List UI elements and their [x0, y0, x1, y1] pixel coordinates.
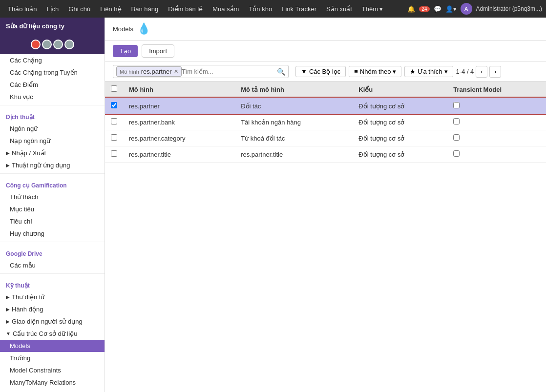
nav-lich[interactable]: Lịch: [42, 3, 63, 15]
chevron-group-icon: ▾: [393, 68, 396, 75]
sidebar-item-models[interactable]: Models: [0, 340, 105, 352]
sidebar-item-truong[interactable]: Trường: [0, 352, 105, 364]
nav-diembanle[interactable]: Điểm bán lẻ: [164, 3, 207, 15]
cell-transient: [447, 130, 546, 146]
sidebar-logo: [0, 35, 105, 54]
group-button[interactable]: ≡ Nhóm theo ▾: [349, 66, 401, 77]
sidebar-item-manytomany[interactable]: ManyToMany Relations: [0, 376, 105, 389]
search-tag: Mô hình res.partner ✕: [116, 66, 182, 77]
page-info: 1-4 / 4: [456, 68, 474, 75]
transient-checkbox[interactable]: [453, 134, 460, 141]
nav-linktracker[interactable]: Link Tracker: [278, 3, 320, 15]
row-checkbox[interactable]: [111, 150, 117, 157]
nav-right: 🔔 24 💬 👤▾ A Administrator (p5nq3m...): [407, 3, 542, 15]
row-checkbox-cell: [105, 146, 123, 163]
cell-description: Đối tác: [235, 98, 353, 114]
cell-transient: [447, 146, 546, 163]
main-area: Sửa dữ liệu công ty Các Chặng Các Chặng …: [0, 18, 546, 392]
chevron-down-icon: ▾: [379, 5, 383, 13]
content-header: Models 💧: [105, 18, 546, 41]
sidebar-item-nhap-xuat[interactable]: ▶ Nhập / Xuất: [0, 147, 105, 159]
sidebar-item-khu-vuc[interactable]: Khu vực: [0, 91, 105, 103]
sidebar-item-model-constraints[interactable]: Model Constraints: [0, 364, 105, 376]
select-all-checkbox[interactable]: [111, 85, 117, 92]
sidebar-item-thu-thach[interactable]: Thử thách: [0, 191, 105, 203]
transient-checkbox[interactable]: [453, 102, 460, 108]
create-button[interactable]: Tạo: [113, 45, 138, 57]
sidebar-item-muc-tieu[interactable]: Mục tiêu: [0, 203, 105, 215]
search-tag-value: res.partner: [141, 68, 172, 75]
nav-tonkho[interactable]: Tồn kho: [245, 3, 276, 15]
sidebar-item-dinh-kem[interactable]: Đính kèm: [0, 389, 105, 392]
sidebar-item-thu-dien-tu[interactable]: ▶ Thư điện tử: [0, 291, 105, 303]
company-label[interactable]: Sửa dữ liệu công ty: [0, 18, 105, 35]
search-tag-label: Mô hình: [120, 69, 139, 75]
nav-ghichu[interactable]: Ghi chú: [64, 3, 94, 15]
nav-sanxuat[interactable]: Sản xuất: [322, 3, 356, 15]
prev-page-button[interactable]: ‹: [476, 66, 487, 78]
header-transient: Transient Model: [447, 82, 546, 98]
logo-circle-4: [64, 40, 74, 49]
cell-type: Đối tượng cơ sở: [353, 146, 447, 163]
table-row[interactable]: res.partner.titleres.partner.titleĐối tư…: [105, 146, 546, 163]
cell-description: Tài khoản ngân hàng: [235, 114, 353, 130]
nav-thaoluan[interactable]: Thảo luận: [4, 3, 41, 15]
filter-button[interactable]: ▼ Các Bộ lọc: [295, 66, 346, 77]
cell-description: res.partner.title: [235, 146, 353, 163]
sidebar-item-cac-chang-tuyen[interactable]: Các Chặng trong Tuyến: [0, 66, 105, 79]
sidebar-item-nap-ngon-ngu[interactable]: Nạp ngôn ngữ: [0, 135, 105, 147]
divider-4: [0, 273, 105, 275]
sidebar-item-ngon-ngu[interactable]: Ngôn ngữ: [0, 123, 105, 135]
chevron-fav-icon: ▾: [444, 68, 448, 75]
toolbar: Tạo Import: [105, 41, 546, 62]
logo-circle-1: [31, 40, 41, 49]
sidebar-item-giao-dien[interactable]: ▶ Giao diện người sử dụng: [0, 315, 105, 328]
transient-checkbox[interactable]: [453, 118, 460, 124]
sidebar-item-hanh-dong[interactable]: ▶ Hành động: [0, 303, 105, 315]
search-input[interactable]: [182, 68, 277, 75]
table-container: Mô hình Mô tả mô hình Kiểu Transient Mod…: [105, 82, 546, 392]
sidebar-item-cac-diem[interactable]: Các Điểm: [0, 79, 105, 91]
logo-circles: [31, 40, 74, 49]
cell-type: Đối tượng cơ sở: [353, 130, 447, 146]
sidebar-item-huy-chuong[interactable]: Huy chương: [0, 227, 105, 240]
row-checkbox[interactable]: [111, 118, 117, 124]
chat-icon[interactable]: 💬: [434, 5, 441, 13]
nav-banhang[interactable]: Bán hàng: [127, 3, 163, 15]
search-tag-remove[interactable]: ✕: [174, 68, 178, 75]
nav-them[interactable]: Thêm ▾: [358, 3, 387, 15]
next-page-button[interactable]: ›: [489, 66, 501, 78]
import-button[interactable]: Import: [142, 44, 174, 58]
sidebar-item-cau-truc[interactable]: ▼ Cấu trúc Cơ sở dữ liệu: [0, 328, 105, 340]
filter-controls: ▼ Các Bộ lọc ≡ Nhóm theo ▾ ★ Ưa thích ▾ …: [295, 66, 501, 78]
fav-button[interactable]: ★ Ưa thích ▾: [404, 66, 453, 77]
row-checkbox[interactable]: [111, 102, 117, 108]
row-checkbox-cell: [105, 98, 123, 114]
cell-description: Từ khoá đối tác: [235, 130, 353, 146]
bell-icon[interactable]: 🔔: [407, 5, 415, 13]
divider-2: [0, 173, 105, 175]
row-checkbox[interactable]: [111, 134, 117, 141]
search-icon[interactable]: 🔍: [277, 68, 285, 76]
sidebar-item-cac-chang[interactable]: Các Chặng: [0, 54, 105, 66]
table-row[interactable]: res.partnerĐối tácĐối tượng cơ sở: [105, 98, 546, 114]
sidebar-item-thuat-ngu[interactable]: ▶ Thuật ngữ ứng dụng: [0, 159, 105, 171]
row-checkbox-cell: [105, 114, 123, 130]
table-row[interactable]: res.partner.bankTài khoản ngân hàngĐối t…: [105, 114, 546, 130]
sidebar-item-cac-mau[interactable]: Các mẫu: [0, 259, 105, 271]
table-row[interactable]: res.partner.categoryTừ khoá đối tácĐối t…: [105, 130, 546, 146]
cell-type: Đối tượng cơ sở: [353, 114, 447, 130]
table-header-row: Mô hình Mô tả mô hình Kiểu Transient Mod…: [105, 82, 546, 98]
user-switch-icon[interactable]: 👤▾: [445, 5, 457, 13]
header-kieu: Kiểu: [353, 82, 447, 98]
divider-3: [0, 242, 105, 244]
avatar[interactable]: A: [461, 3, 472, 15]
sidebar-item-tieu-chi[interactable]: Tiêu chí: [0, 215, 105, 227]
logo-circle-2: [42, 40, 52, 49]
cell-type: Đối tượng cơ sở: [353, 98, 447, 114]
nav-lienhe[interactable]: Liên hệ: [96, 3, 125, 15]
chevron-down-icon-1: ▼: [6, 331, 11, 336]
nav-muasam[interactable]: Mua sắm: [209, 3, 243, 15]
transient-checkbox[interactable]: [453, 150, 460, 157]
cell-model: res.partner.bank: [123, 114, 235, 130]
